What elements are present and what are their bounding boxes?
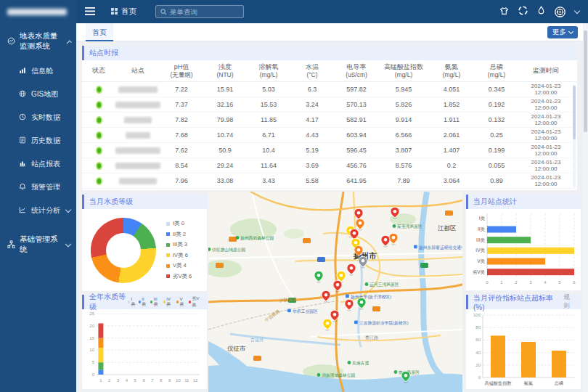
- page-scrollbar[interactable]: [583, 23, 588, 392]
- sidebar-group-base-management[interactable]: 基础管理系统: [0, 226, 76, 263]
- history-icon: [19, 136, 26, 145]
- legend-item[interactable]: 劣V类 6: [166, 273, 192, 280]
- status-cell: [82, 177, 115, 185]
- value-cell: 7.62: [160, 147, 203, 154]
- svg-text:I类: I类: [479, 216, 486, 221]
- table-row[interactable]: 7.6810.746.714.43603.946.5662.0610.25202…: [82, 128, 577, 143]
- rules-link[interactable]: 规则: [563, 293, 576, 311]
- sidebar-item-统计分析[interactable]: 统计分析: [0, 199, 76, 222]
- poi-marker-icon: [287, 309, 291, 313]
- svg-text:5: 5: [92, 360, 95, 364]
- legend-item[interactable]: II类 2: [166, 231, 192, 238]
- table-scrollbar[interactable]: [573, 84, 576, 187]
- column-header-高锰酸盐指数: 高锰酸盐指数(mg/L): [378, 63, 429, 79]
- column-header-总磷: 总磷(mg/L): [474, 63, 519, 79]
- value-cell: 5.826: [378, 101, 429, 108]
- sidebar-item-历史数据[interactable]: 历史数据: [0, 129, 76, 152]
- value-cell: 0.25: [474, 131, 519, 139]
- table-row[interactable]: 7.9633.083.435.58641.957.893.0640.892024…: [82, 173, 577, 189]
- station-stats-chart[interactable]: 0123456I类II类III类IV类V类劣V类: [466, 209, 581, 292]
- column-header-站点: 站点: [115, 67, 160, 75]
- poi-marker-icon: [346, 295, 349, 298]
- legend-item[interactable]: II类: [139, 295, 147, 309]
- svg-text:0: 0: [478, 375, 481, 380]
- sidebar-item-GIS地图[interactable]: GIS地图: [0, 83, 76, 106]
- search-input[interactable]: [170, 8, 239, 16]
- sidebar-item-实时数据[interactable]: 实时数据: [0, 106, 76, 129]
- sidebar-item-label: 信息舱: [31, 66, 53, 76]
- tab-home[interactable]: 首页: [86, 23, 113, 41]
- svg-text:0: 0: [92, 372, 95, 377]
- value-cell: 4.17: [290, 116, 335, 123]
- svg-text:4: 4: [544, 280, 547, 285]
- status-cell: [82, 101, 115, 109]
- value-cell: 5.03: [248, 86, 290, 93]
- station-name-redacted: [115, 102, 160, 108]
- status-cell: [82, 131, 115, 139]
- sidebar-item-站点报表[interactable]: 站点报表: [0, 152, 76, 176]
- flame-icon[interactable]: [537, 5, 545, 18]
- column-header-电导率: 电导率(uS/cm): [335, 63, 378, 79]
- legend-item[interactable]: V类 4: [166, 262, 192, 269]
- more-button[interactable]: 更多: [547, 26, 578, 38]
- panel-header: 当月评价指标站点超标率(%) 规则: [466, 295, 581, 309]
- annual-stacked-chart[interactable]: 0510152025123456789101112: [82, 309, 207, 388]
- status-cell: [82, 86, 115, 94]
- globe-icon: [19, 90, 26, 99]
- exceed-rate-panel: 当月评价指标站点超标率(%) 规则 020406080100高锰酸盐指数氨氮总磷: [466, 295, 581, 389]
- legend-item[interactable]: IV类: [163, 295, 173, 309]
- value-cell: 11.64: [248, 162, 290, 169]
- sidebar-item-label: 实时数据: [31, 113, 60, 123]
- chevron-down-icon[interactable]: [574, 8, 580, 14]
- time-cell: 2024-01-23 12:00:00: [519, 113, 573, 126]
- legend-item[interactable]: III类 3: [166, 241, 192, 248]
- search-icon: [160, 5, 167, 18]
- panel-title: 当月站点统计: [473, 197, 517, 207]
- hamburger-icon[interactable]: [85, 5, 95, 18]
- legend-item[interactable]: I类 0: [166, 220, 192, 227]
- status-cell: [82, 162, 115, 170]
- alert-icon: [19, 183, 26, 192]
- topbar-home-link[interactable]: 首页: [111, 7, 136, 17]
- panel-header: 全年水质等级 I类II类III类IV类V类劣V类: [82, 295, 207, 309]
- donut-ring[interactable]: [91, 218, 156, 283]
- value-cell: 0.199: [474, 147, 519, 154]
- tab-active-underline: [86, 40, 113, 41]
- value-cell: 9.914: [378, 116, 429, 123]
- legend-item[interactable]: 劣V类: [189, 295, 202, 309]
- sidebar-item-信息舱[interactable]: 信息舱: [0, 60, 76, 83]
- table-row[interactable]: 7.8279.9811.854.17582.919.9141.9110.1322…: [82, 113, 577, 128]
- theme-skin-icon[interactable]: [499, 5, 509, 18]
- station-name-redacted: [115, 163, 160, 169]
- sidebar-group-label: 基础管理系统: [20, 234, 62, 255]
- svg-text:15: 15: [89, 336, 94, 340]
- table-row[interactable]: 7.3732.1615.533.24570.135.8261.8520.1922…: [82, 97, 577, 113]
- value-cell: 570.13: [335, 101, 378, 108]
- legend-item[interactable]: III类: [150, 295, 160, 309]
- sidebar-item-预警管理[interactable]: 预警管理: [0, 176, 76, 199]
- value-cell: 15.91: [203, 86, 248, 93]
- legend-item[interactable]: IV类 6: [166, 252, 192, 259]
- status-cell: [82, 116, 115, 124]
- svg-text:7: 7: [151, 378, 154, 383]
- value-cell: 2.061: [429, 131, 474, 139]
- table-body: 7.2215.915.036.3597.825.9454.0510.345202…: [82, 82, 577, 189]
- sidebar-group-surface-water-system[interactable]: 地表水质量监测系统: [0, 23, 76, 60]
- time-cell: 2024-01-23 12:00:00: [519, 128, 573, 142]
- value-cell: 3.807: [378, 147, 429, 154]
- svg-text:80: 80: [475, 325, 481, 330]
- pie-segments-icon[interactable]: [518, 5, 528, 18]
- park-marker-icon: [394, 370, 398, 374]
- exceed-rate-chart[interactable]: 020406080100高锰酸盐指数氨氮总磷: [466, 309, 581, 392]
- legend-item[interactable]: V类: [176, 295, 186, 309]
- table-row[interactable]: 7.6250.910.45.19596.453.8071.4070.199202…: [82, 143, 577, 158]
- value-cell: 6.3: [290, 86, 335, 93]
- svg-text:40: 40: [475, 351, 481, 355]
- legend-item[interactable]: I类: [128, 295, 136, 309]
- avatar[interactable]: [555, 7, 565, 17]
- sidebar-item-label: GIS地图: [31, 89, 58, 99]
- station-map[interactable]: 扬州市江都区仪征市沪陕高速宁启铁路春江路古运河扬州西郊森林公园仪征捺山地质公园茱…: [208, 192, 462, 392]
- station-name-redacted: [126, 132, 150, 139]
- table-row[interactable]: 7.2215.915.036.3597.825.9454.0510.345202…: [82, 82, 577, 97]
- table-row[interactable]: 8.5429.2411.643.69456.768.5760.20.055202…: [82, 158, 577, 173]
